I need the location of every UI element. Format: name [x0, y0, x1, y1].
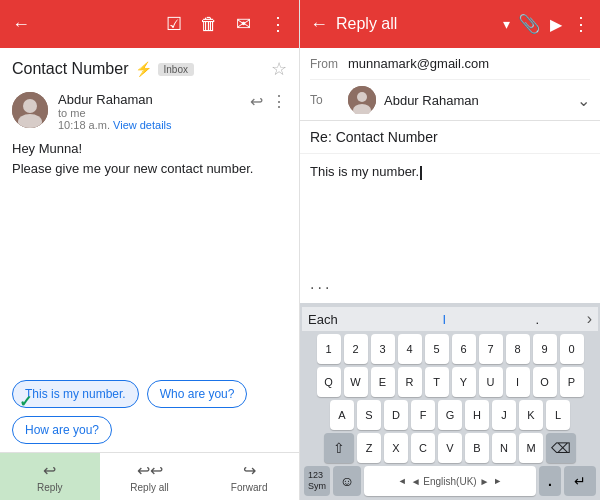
reply-icon: ↩ [43, 461, 56, 480]
svg-point-4 [357, 92, 367, 102]
kb-key-j[interactable]: J [492, 400, 516, 430]
reply-all-label: Reply all [130, 482, 168, 493]
kb-key-q[interactable]: Q [317, 367, 341, 397]
email-more-icon[interactable]: ⋮ [271, 92, 287, 111]
checkmark-icon: ✓ [19, 392, 32, 411]
kb-qwerty-row: Q W E R T Y U I O P [302, 367, 598, 397]
kb-emoji-key[interactable]: ☺ [333, 466, 361, 496]
reply-button[interactable]: ↩ Reply [0, 453, 100, 500]
kb-key-8[interactable]: 8 [506, 334, 530, 364]
sender-name: Abdur Rahaman [58, 92, 240, 107]
from-value: munnamark@gmail.com [348, 56, 590, 71]
reply-all-button[interactable]: ↩↩ Reply all [100, 453, 200, 500]
forward-button[interactable]: ↪ Forward [199, 453, 299, 500]
kb-key-h[interactable]: H [465, 400, 489, 430]
kb-key-m[interactable]: M [519, 433, 543, 463]
back-icon[interactable]: ← [12, 14, 30, 35]
kb-number-row: 1 2 3 4 5 6 7 8 9 0 [302, 334, 598, 364]
smart-reply-1[interactable]: Who are you? [147, 380, 248, 408]
kb-key-1[interactable]: 1 [317, 334, 341, 364]
expand-icon[interactable]: ⌄ [577, 91, 590, 110]
kb-suggestion-3[interactable]: . [494, 312, 581, 327]
kb-key-0[interactable]: 0 [560, 334, 584, 364]
mail-icon[interactable]: ✉ [236, 13, 251, 35]
kb-suggestion-1[interactable]: Each [308, 312, 395, 327]
kb-space-key[interactable]: ◄ ◄ English(UK) ► ► [364, 466, 536, 496]
smart-reply-0[interactable]: This is my number. ✓ [12, 380, 139, 408]
forward-icon: ↪ [243, 461, 256, 480]
kb-key-o[interactable]: O [533, 367, 557, 397]
title-bar: Contact Number ⚡ Inbox ☆ [0, 48, 299, 84]
kb-key-3[interactable]: 3 [371, 334, 395, 364]
send-icon[interactable]: ▶ [550, 15, 562, 34]
right-header-icons: 📎 ▶ ⋮ [518, 13, 590, 35]
kb-key-6[interactable]: 6 [452, 334, 476, 364]
smart-replies: This is my number. ✓ Who are you? How ar… [0, 372, 299, 452]
reply-icon[interactable]: ↩ [250, 92, 263, 111]
star-icon[interactable]: ☆ [271, 58, 287, 80]
right-back-icon[interactable]: ← [310, 14, 328, 35]
kb-asdf-row: A S D F G H J K L [302, 400, 598, 430]
kb-key-e[interactable]: E [371, 367, 395, 397]
email-subject: Contact Number [12, 60, 129, 78]
ellipsis-row: ··· [300, 277, 600, 303]
kb-sym-key[interactable]: 123Sym [304, 466, 330, 496]
kb-key-9[interactable]: 9 [533, 334, 557, 364]
kb-key-w[interactable]: W [344, 367, 368, 397]
email-time: 10:18 a.m. View details [58, 119, 240, 131]
kb-key-2[interactable]: 2 [344, 334, 368, 364]
kb-key-b[interactable]: B [465, 433, 489, 463]
kb-key-p[interactable]: P [560, 367, 584, 397]
kb-suggestion-2[interactable]: I [401, 312, 488, 327]
compose-body[interactable]: This is my number. [300, 154, 600, 277]
svg-point-1 [23, 99, 37, 113]
delete-icon[interactable]: 🗑 [200, 14, 218, 35]
kb-key-k[interactable]: K [519, 400, 543, 430]
kb-key-s[interactable]: S [357, 400, 381, 430]
kb-key-y[interactable]: Y [452, 367, 476, 397]
inbox-badge: Inbox [158, 63, 194, 76]
to-row: To Abdur Rahaman ⌄ [310, 80, 590, 120]
kb-key-f[interactable]: F [411, 400, 435, 430]
kb-key-r[interactable]: R [398, 367, 422, 397]
archive-icon[interactable]: ☑ [166, 13, 182, 35]
kb-toolbar-arrow[interactable]: › [587, 310, 592, 328]
from-row: From munnamark@gmail.com [310, 48, 590, 80]
dropdown-icon[interactable]: ▾ [503, 16, 510, 32]
kb-key-5[interactable]: 5 [425, 334, 449, 364]
view-details-link[interactable]: View details [113, 119, 172, 131]
attach-icon[interactable]: 📎 [518, 13, 540, 35]
kb-key-a[interactable]: A [330, 400, 354, 430]
kb-period-key[interactable]: . [539, 466, 561, 496]
forward-label: Forward [231, 482, 268, 493]
kb-key-7[interactable]: 7 [479, 334, 503, 364]
kb-key-c[interactable]: C [411, 433, 435, 463]
compose-fields: From munnamark@gmail.com To Abdur Rahama… [300, 48, 600, 121]
kb-backspace-key[interactable]: ⌫ [546, 433, 576, 463]
kb-shift-key[interactable]: ⇧ [324, 433, 354, 463]
kb-key-l[interactable]: L [546, 400, 570, 430]
subject-row: Re: Contact Number [300, 121, 600, 154]
kb-key-d[interactable]: D [384, 400, 408, 430]
right-panel: ← Reply all ▾ 📎 ▶ ⋮ From munnamark@gmail… [300, 0, 600, 500]
kb-key-4[interactable]: 4 [398, 334, 422, 364]
keyboard: Each I . › 1 2 3 4 5 6 7 8 9 0 Q W E R T… [300, 303, 600, 500]
reply-all-icon: ↩↩ [137, 461, 163, 480]
kb-key-u[interactable]: U [479, 367, 503, 397]
more-icon[interactable]: ⋮ [269, 13, 287, 35]
kb-key-i[interactable]: I [506, 367, 530, 397]
kb-key-z[interactable]: Z [357, 433, 381, 463]
kb-key-t[interactable]: T [425, 367, 449, 397]
email-card: Abdur Rahaman to me 10:18 a.m. View deta… [0, 84, 299, 372]
body-text: This is my number. [310, 164, 419, 179]
right-header-title: Reply all [336, 15, 495, 33]
kb-key-v[interactable]: V [438, 433, 462, 463]
kb-key-n[interactable]: N [492, 433, 516, 463]
kb-bottom-row: 123Sym ☺ ◄ ◄ English(UK) ► ► . ↵ [302, 466, 598, 496]
to-avatar [348, 86, 376, 114]
kb-key-g[interactable]: G [438, 400, 462, 430]
smart-reply-2[interactable]: How are you? [12, 416, 112, 444]
kb-enter-key[interactable]: ↵ [564, 466, 596, 496]
right-more-icon[interactable]: ⋮ [572, 13, 590, 35]
kb-key-x[interactable]: X [384, 433, 408, 463]
